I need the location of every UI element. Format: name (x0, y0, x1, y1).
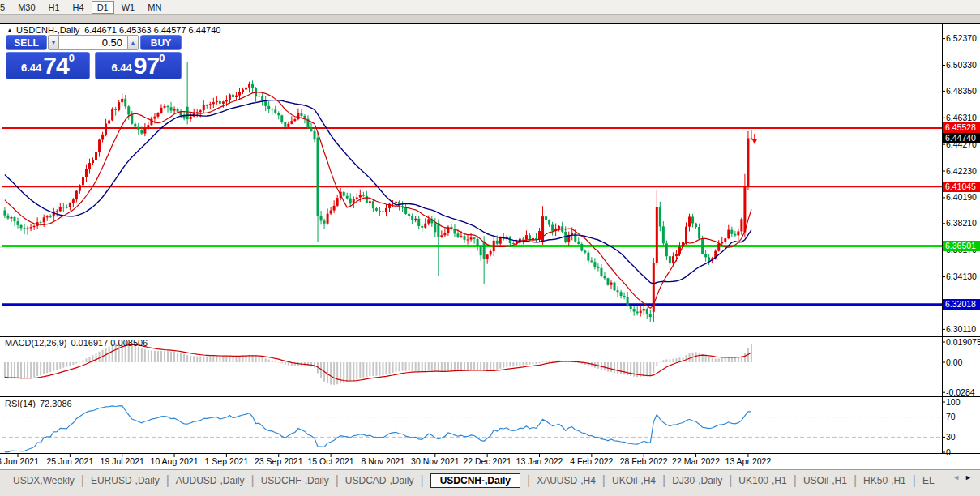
date-label: 1 Sep 2021 (205, 456, 249, 466)
tab-scroll-arrows: ◄► (952, 473, 977, 481)
date-label: 15 Oct 2021 (308, 456, 354, 466)
sell-price-main: 74 (43, 55, 68, 76)
date-label: 3 Jun 2021 (0, 456, 39, 466)
timeframe-button-W1[interactable]: W1 (116, 1, 141, 14)
price-tick-label: 6.38210 (946, 218, 977, 228)
sell-price-base: 6.44 (21, 60, 41, 76)
tab-separator: | (913, 473, 916, 488)
price-tick-label: 6.30110 (946, 324, 976, 334)
date-label: 28 Feb 2022 (620, 456, 668, 466)
price-badge-6.32018: 6.32018 (943, 299, 980, 310)
chart-ohlc-values: 6.44671 6.45363 6.44577 6.44740 (84, 25, 220, 35)
tab-usdchf-daily[interactable]: USDCHF-,Daily (261, 475, 329, 486)
chart-left-border (2, 24, 2, 454)
tab-separator: | (794, 473, 797, 488)
tab-separator: | (336, 473, 339, 488)
date-label: 30 Nov 2021 (411, 456, 460, 466)
tab-xauusd-h4[interactable]: XAUUSD-,H4 (537, 475, 596, 486)
rsi-tick-label: 0 (946, 447, 951, 457)
volume-input[interactable] (59, 35, 127, 50)
tab-scroll-left-icon[interactable]: ◄ (952, 473, 965, 481)
timeframe-button-M30[interactable]: M30 (12, 1, 41, 14)
tab-uk100-h1[interactable]: UK100-,H1 (738, 475, 786, 486)
price-tick-label: 6.52370 (946, 33, 977, 43)
rsi-label: RSI(14)72.3086 (5, 399, 72, 408)
symbol-tab-bar: USDX,Weekly|EURUSD-,Daily|AUDUSD-,Daily|… (0, 472, 954, 490)
rsi-tick-label: 70 (946, 412, 956, 421)
timeframe-toolbar: 5M30H1H4D1W1MN (0, 0, 980, 15)
sell-button[interactable]: SELL (6, 35, 47, 50)
price-tick-label: 6.34130 (946, 272, 977, 281)
timeframe-button-D1[interactable]: D1 (92, 1, 114, 14)
price-badge-6.41045: 6.41045 (943, 182, 980, 192)
tab-separator: | (854, 473, 857, 488)
one-click-trading-panel: SELL ▼ ▲ BUY 6.44740 6.44970 (6, 35, 182, 79)
rsi-panel[interactable] (0, 397, 980, 453)
price-tick-label: 6.48350 (946, 86, 977, 96)
rsi-tick-label: 100 (946, 397, 961, 407)
price-tick-label: 6.42230 (946, 166, 977, 176)
price-tick-label: 6.50330 (946, 60, 977, 70)
tab-separator: | (527, 473, 530, 488)
buy-price-pip: 0 (159, 53, 165, 63)
tab-audusd-daily[interactable]: AUDUSD-,Daily (176, 475, 245, 486)
date-label: 13 Jan 2022 (516, 456, 563, 466)
date-label: 22 Dec 2021 (463, 456, 511, 466)
date-label: 13 Apr 2022 (725, 456, 772, 466)
macd-tick-label: 0.019075 (946, 337, 980, 347)
timeframe-button-5[interactable]: 5 (0, 1, 11, 14)
collapse-panel-icon[interactable]: ▲ (6, 27, 13, 34)
date-label: 10 Aug 2021 (151, 456, 199, 466)
buy-price-main: 97 (134, 55, 159, 76)
tab-ukoil-h4[interactable]: UKOil-,H4 (612, 475, 656, 486)
date-label: 23 Sep 2021 (255, 456, 303, 466)
toolbar-separator (173, 2, 173, 12)
sell-price-pip: 0 (69, 53, 75, 63)
tab-usdcnh-daily[interactable]: USDCNH-,Daily (430, 473, 520, 488)
sell-price-display[interactable]: 6.44740 (6, 52, 90, 79)
tab-dj30-daily[interactable]: DJ30-,Daily (672, 475, 722, 486)
tab-hk50-h1[interactable]: HK50-,H1 (863, 475, 906, 486)
rsi-value: 72.3086 (40, 399, 72, 408)
macd-name: MACD(12,26,9) (5, 338, 66, 348)
macd-values: 0.016917 0.008506 (71, 338, 148, 348)
price-badge-6.36501: 6.36501 (943, 241, 980, 251)
date-label: 25 Jun 2021 (46, 456, 93, 466)
tab-separator: | (81, 473, 84, 488)
macd-tick-label: 0.00 (946, 357, 962, 367)
tab-separator: | (662, 473, 665, 488)
tab-overflow-clipped[interactable]: EL (922, 475, 935, 486)
price-tick-label: 6.46310 (946, 113, 977, 122)
rsi-name: RSI(14) (5, 399, 36, 408)
timeframe-button-MN[interactable]: MN (142, 1, 167, 14)
volume-decrease-button[interactable]: ▼ (48, 35, 59, 50)
timeframe-button-H1[interactable]: H1 (43, 1, 66, 14)
tab-separator: | (166, 473, 169, 488)
macd-tick-label: -0.0284 (946, 387, 975, 397)
price-tick-label: 6.40190 (946, 192, 977, 202)
tab-separator: | (420, 473, 423, 488)
tab-separator: | (729, 473, 732, 488)
buy-price-display[interactable]: 6.44970 (95, 52, 182, 79)
buy-button[interactable]: BUY (140, 35, 182, 50)
chart-symbol-label: USDCNH-,Daily (16, 25, 79, 35)
volume-increase-button[interactable]: ▲ (127, 35, 139, 50)
tab-separator: | (602, 473, 606, 488)
price-badge-6.44740: 6.44740 (943, 133, 980, 143)
timeframe-button-H4[interactable]: H4 (67, 1, 90, 14)
tab-scroll-right-icon[interactable]: ► (965, 473, 977, 481)
tab-usdcad-daily[interactable]: USDCAD-,Daily (345, 475, 414, 486)
tab-usdx-weekly[interactable]: USDX,Weekly (13, 475, 75, 486)
date-label: 22 Mar 2022 (672, 456, 720, 466)
date-label: 19 Jul 2021 (101, 456, 144, 466)
date-label: 8 Nov 2021 (362, 456, 405, 466)
tab-separator: | (250, 473, 254, 488)
price-badge-6.45528: 6.45528 (943, 122, 980, 133)
price-axis-divider (942, 24, 943, 454)
date-label: 4 Feb 2022 (570, 456, 613, 466)
tab-usoil-h1[interactable]: USOil-,H1 (803, 475, 847, 486)
buy-price-base: 6.44 (112, 60, 132, 76)
timeframe-buttons: 5M30H1H4D1W1MN (0, 1, 168, 14)
rsi-tick-label: 30 (946, 432, 956, 442)
tab-eurusd-daily[interactable]: EURUSD-,Daily (91, 475, 160, 486)
